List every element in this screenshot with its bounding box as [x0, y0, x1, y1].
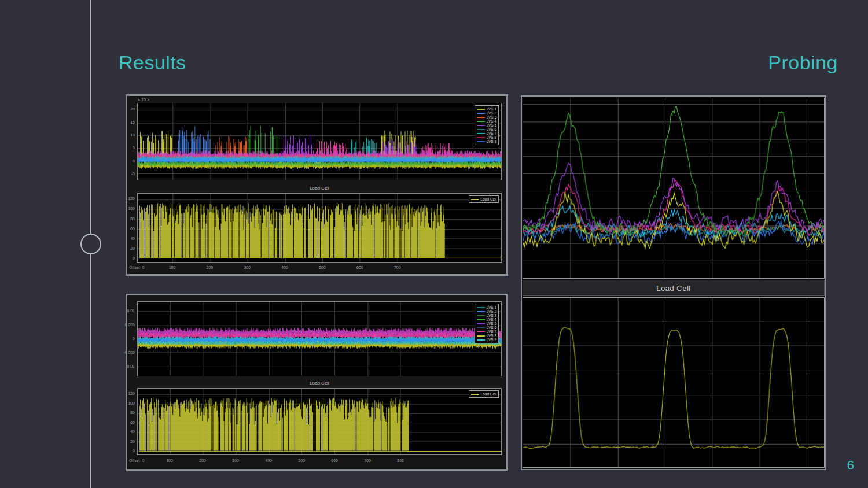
- load-cell-plot: Load Cell: [137, 193, 502, 263]
- load-cell-legend: Load Cell: [469, 195, 499, 203]
- legend-swatch: [477, 311, 485, 312]
- lvs-scope-panel-bottom: 0.010.0050-0.005-0.01 LVS 1LVS 2LVS 3LVS…: [126, 294, 508, 471]
- legend-item: LVS 4: [477, 317, 496, 321]
- tick-label: 20: [130, 246, 135, 251]
- tick-label: 500: [319, 265, 326, 271]
- legend-item: LVS 4: [477, 119, 496, 123]
- page-title-results: Results: [119, 51, 186, 74]
- legend-item: LVS 2: [477, 111, 496, 115]
- legend-label: LVS 3: [487, 115, 496, 119]
- legend-swatch: [471, 394, 479, 395]
- load-cell-legend: Load Cell: [469, 390, 499, 398]
- legend-item: LVS 8: [477, 135, 496, 139]
- tick-label: 100: [128, 206, 135, 211]
- y-axis-ticks-lvs: 20151050-5: [127, 103, 136, 180]
- tick-label: 0: [133, 256, 135, 261]
- legend-swatch: [477, 327, 485, 328]
- y-axis-ticks-loadcell: 120100806040200: [127, 193, 136, 263]
- legend-swatch: [477, 307, 485, 308]
- lvs-signals-canvas: [138, 103, 501, 180]
- legend-label: LVS 8: [487, 334, 496, 338]
- legend-label: LVS 5: [487, 321, 496, 326]
- legend-label: LVS 4: [487, 317, 496, 321]
- legend-swatch: [477, 137, 485, 138]
- load-cell-divider: Load Cell: [523, 280, 825, 296]
- tick-label: 40: [130, 236, 135, 241]
- tick-label: 100: [169, 265, 176, 271]
- legend-item: LVS 7: [477, 131, 496, 135]
- y-axis-ticks-loadcell: 120100806040200: [127, 388, 136, 455]
- load-cell-title: Load Cell: [137, 186, 502, 191]
- tick-label: 100: [166, 458, 173, 464]
- legend-label: LVS 6: [487, 326, 496, 330]
- tick-label: 80: [130, 411, 135, 415]
- tick-label: 10: [130, 133, 135, 138]
- legend-item: LVS 9: [477, 338, 496, 342]
- load-cell-plot: Load Cell: [137, 388, 502, 455]
- tick-label: -5: [131, 172, 135, 176]
- tick-label: 500: [298, 458, 305, 464]
- legend-swatch: [477, 319, 485, 320]
- tick-label: 200: [199, 458, 206, 464]
- legend-item: LVS 3: [477, 313, 496, 317]
- legend-swatch: [477, 117, 485, 118]
- tick-label: 400: [265, 458, 272, 464]
- legend-item: LVS 1: [477, 107, 496, 111]
- legend-label: LVS 1: [487, 305, 496, 309]
- legend-item: LVS 5: [477, 123, 496, 127]
- load-cell-title: Load Cell: [137, 380, 502, 386]
- legend-swatch: [477, 335, 485, 337]
- probe-panel: Load Cell: [521, 95, 826, 470]
- tick-label: 80: [130, 217, 135, 221]
- legend-item: LVS 9: [477, 139, 496, 143]
- y-scale-label: × 10⁻³: [138, 98, 149, 102]
- legend-item: Load Cell: [471, 392, 496, 396]
- legend-label: LVS 2: [487, 309, 496, 313]
- tick-label: -0.005: [123, 350, 135, 355]
- legend-swatch: [477, 141, 485, 142]
- legend-label: LVS 2: [487, 111, 496, 115]
- tick-label: 0: [133, 337, 135, 341]
- tick-label: 100: [128, 401, 135, 406]
- tick-label: 120: [128, 197, 135, 201]
- tick-label: 300: [244, 265, 251, 271]
- legend-swatch: [477, 339, 485, 341]
- tick-label: 800: [397, 458, 404, 464]
- legend-item: LVS 3: [477, 115, 496, 119]
- tick-label: 15: [130, 120, 135, 125]
- legend-item: LVS 5: [477, 321, 496, 326]
- legend-label: LVS 7: [487, 131, 496, 135]
- tick-label: 600: [356, 265, 363, 271]
- tick-label: 0: [133, 449, 135, 453]
- legend-label: LVS 5: [487, 123, 496, 127]
- legend-swatch: [477, 315, 485, 316]
- lvs-scope-panel-top: × 10⁻³ 20151050-5 LVS 1LVS 2LVS 3LVS 4LV…: [126, 94, 508, 276]
- legend-swatch: [477, 113, 485, 114]
- legend-item: LVS 2: [477, 309, 496, 313]
- legend-swatch: [477, 129, 485, 130]
- x-axis-ticks: 100200300400500600700800: [137, 458, 502, 464]
- tick-label: 5: [133, 146, 135, 150]
- page-number: 6: [847, 458, 854, 473]
- lvs-signals-plot: LVS 1LVS 2LVS 3LVS 4LVS 5LVS 6LVS 7LVS 8…: [137, 103, 502, 180]
- tick-label: 60: [130, 420, 135, 425]
- tick-label: 300: [232, 458, 239, 464]
- y-axis-ticks-lvs: 0.010.0050-0.005-0.01: [127, 301, 136, 376]
- accent-circle: [80, 234, 101, 254]
- legend-label: LVS 9: [487, 338, 496, 342]
- tick-label: 0.005: [124, 323, 135, 327]
- load-cell-canvas: [138, 389, 501, 454]
- legend-label: Load Cell: [481, 197, 496, 201]
- legend-label: LVS 3: [487, 313, 496, 317]
- probe-load-cell-plot: [523, 297, 825, 468]
- tick-label: 200: [207, 265, 214, 271]
- tick-label: 60: [130, 227, 135, 231]
- legend-label: LVS 4: [487, 119, 496, 123]
- tick-label: 40: [130, 430, 135, 434]
- tick-label: 400: [281, 265, 288, 271]
- legend-label: LVS 7: [487, 330, 496, 334]
- tick-label: 20: [130, 439, 135, 444]
- legend-swatch: [477, 331, 485, 332]
- legend-item: LVS 8: [477, 334, 496, 338]
- legend-label: Load Cell: [481, 392, 496, 396]
